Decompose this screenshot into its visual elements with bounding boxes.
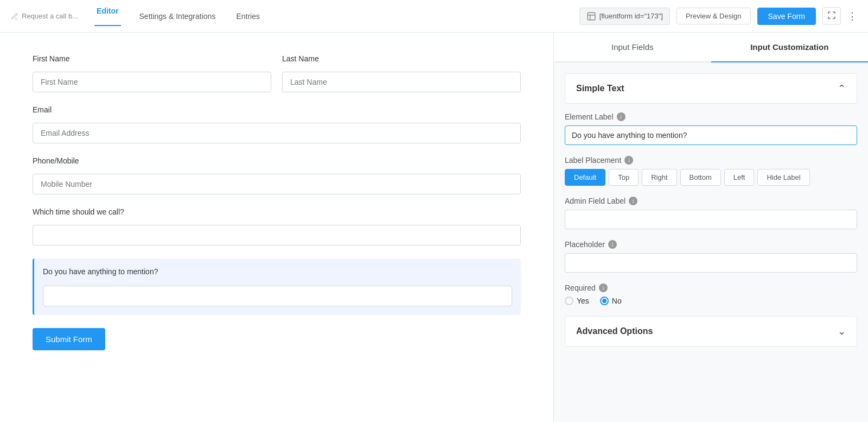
element-label-title: Element Label i xyxy=(565,112,857,121)
tab-input-fields[interactable]: Input Fields xyxy=(554,33,711,62)
phone-label: Phone/Mobile xyxy=(33,156,521,165)
last-name-label: Last Name xyxy=(282,54,521,63)
element-label-group: Element Label i xyxy=(565,112,857,145)
call-time-input[interactable] xyxy=(33,225,521,245)
required-yes-option[interactable]: Yes xyxy=(565,297,589,305)
placement-hide-label[interactable]: Hide Label xyxy=(757,169,809,186)
chevron-up-icon[interactable]: ⌃ xyxy=(838,83,846,95)
panel-tabs: Input Fields Input Customization xyxy=(554,33,868,62)
required-radio-group: Yes No xyxy=(565,297,857,305)
name-row: First Name Last Name xyxy=(33,54,521,92)
element-label-info-icon[interactable]: i xyxy=(617,112,626,121)
placeholder-info-icon[interactable]: i xyxy=(608,240,617,249)
placeholder-input[interactable] xyxy=(565,253,857,273)
last-name-input[interactable] xyxy=(282,72,521,92)
shortcode-badge[interactable]: [fluentform id="173"] xyxy=(579,8,670,25)
admin-field-label-title: Admin Field Label i xyxy=(565,197,857,205)
required-no-radio[interactable] xyxy=(600,297,609,305)
email-input[interactable] xyxy=(33,123,521,143)
placement-bottom[interactable]: Bottom xyxy=(680,169,721,186)
placement-left[interactable]: Left xyxy=(724,169,755,186)
panel-content: Simple Text ⌃ Element Label i Label Plac… xyxy=(554,62,868,357)
preview-button[interactable]: Preview & Design xyxy=(676,8,751,24)
placeholder-title: Placeholder i xyxy=(565,240,857,249)
element-label-input[interactable] xyxy=(565,125,857,145)
last-name-group: Last Name xyxy=(282,54,521,92)
submit-button[interactable]: Submit Form xyxy=(33,328,105,350)
mention-group: Do you have anything to mention? xyxy=(33,259,521,315)
fullscreen-button[interactable] xyxy=(822,7,841,25)
phone-group: Phone/Mobile xyxy=(33,156,521,194)
placement-default[interactable]: Default xyxy=(565,169,605,186)
placement-buttons: Default Top Right Bottom Left Hide Label xyxy=(565,169,857,186)
phone-input[interactable] xyxy=(33,174,521,194)
required-info-icon[interactable]: i xyxy=(599,284,608,292)
tab-input-customization[interactable]: Input Customization xyxy=(711,33,869,62)
main-layout: First Name Last Name Email Phone/Mobile … xyxy=(0,33,868,422)
first-name-label: First Name xyxy=(33,54,271,63)
svg-rect-0 xyxy=(588,12,595,20)
nav-right: [fluentform id="173"] Preview & Design S… xyxy=(579,7,857,25)
first-name-group: First Name xyxy=(33,54,271,92)
top-nav: Request a call b... Editor Settings & In… xyxy=(0,0,868,33)
advanced-options-section[interactable]: Advanced Options ⌄ xyxy=(565,316,857,347)
advanced-options-title: Advanced Options xyxy=(576,326,653,336)
label-placement-group: Label Placement i Default Top Right Bott… xyxy=(565,156,857,186)
mention-label: Do you have anything to mention? xyxy=(43,267,512,276)
required-no-option[interactable]: No xyxy=(600,297,622,305)
call-time-group: Which time should we call? xyxy=(33,207,521,245)
required-yes-radio[interactable] xyxy=(565,297,573,305)
more-button[interactable]: ⋮ xyxy=(847,10,857,22)
tab-editor[interactable]: Editor xyxy=(94,7,120,26)
simple-text-section: Simple Text ⌃ xyxy=(565,73,857,104)
first-name-input[interactable] xyxy=(33,72,271,92)
placement-top[interactable]: Top xyxy=(609,169,639,186)
mention-input[interactable] xyxy=(43,286,512,306)
admin-label-info-icon[interactable]: i xyxy=(629,197,637,205)
email-label: Email xyxy=(33,105,521,114)
required-group: Required i Yes No xyxy=(565,284,857,305)
label-placement-info-icon[interactable]: i xyxy=(624,156,633,165)
form-editor: First Name Last Name Email Phone/Mobile … xyxy=(0,33,553,422)
email-group: Email xyxy=(33,105,521,143)
placeholder-group: Placeholder i xyxy=(565,240,857,273)
required-title: Required i xyxy=(565,284,857,292)
chevron-down-icon[interactable]: ⌄ xyxy=(838,325,846,337)
save-button[interactable]: Save Form xyxy=(757,8,816,25)
tab-settings[interactable]: Settings & Integrations xyxy=(137,12,218,21)
call-time-label: Which time should we call? xyxy=(33,207,521,216)
section-title: Simple Text xyxy=(576,84,624,93)
admin-field-label-input[interactable] xyxy=(565,210,857,229)
nav-left: Request a call b... Editor Settings & In… xyxy=(11,7,262,26)
admin-field-label-group: Admin Field Label i xyxy=(565,197,857,229)
label-placement-title: Label Placement i xyxy=(565,156,857,165)
right-panel: Input Fields Input Customization Simple … xyxy=(553,33,868,422)
tab-entries[interactable]: Entries xyxy=(234,12,262,21)
placement-right[interactable]: Right xyxy=(642,169,676,186)
form-title: Request a call b... xyxy=(11,12,78,20)
